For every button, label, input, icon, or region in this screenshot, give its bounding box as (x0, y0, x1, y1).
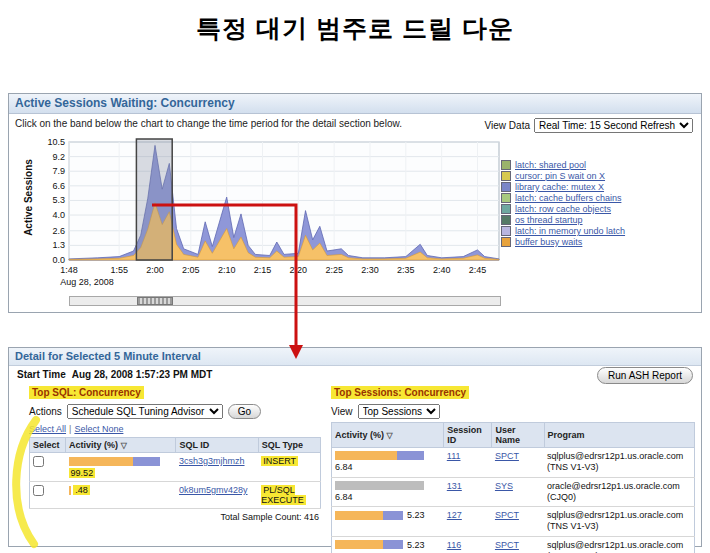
top-sql-section: Top SQL: Concurrency Actions Schedule SQ… (29, 382, 321, 522)
svg-text:2:10: 2:10 (218, 265, 236, 275)
legend-swatch-icon (501, 182, 511, 192)
activity-bar (335, 540, 403, 549)
session-id-link[interactable]: 131 (447, 481, 462, 491)
activity-bar (335, 451, 424, 460)
svg-text:6.6: 6.6 (52, 181, 65, 191)
time-slider-selection[interactable] (137, 297, 173, 305)
sort-descending-icon: ▽ (387, 431, 393, 440)
activity-bar (69, 486, 71, 495)
table-row: 5.23 116 SPCT sqlplus@edrsr12p1.us.oracl… (332, 536, 695, 553)
go-button[interactable]: Go (228, 404, 261, 419)
y-axis-label: Active Sessions (23, 143, 34, 253)
activity-value: 6.84 (335, 492, 441, 502)
legend-item[interactable]: latch: in memory undo latch (501, 226, 697, 236)
session-id-link[interactable]: 111 (447, 451, 461, 461)
svg-text:2.6: 2.6 (52, 226, 65, 236)
chart-legend: latch: shared pool cursor: pin S wait on… (501, 160, 697, 248)
panel-header: Active Sessions Waiting: Concurrency (9, 94, 701, 114)
program-value: oracle@edrsr12p1.us.oracle.com (CJQ0) (544, 477, 694, 507)
top-sessions-table: Activity (%) ▽ Session ID User Name Prog… (331, 422, 695, 553)
program-column-header: Program (544, 423, 694, 448)
user-name-link[interactable]: SPCT (495, 451, 519, 461)
activity-value: 6.84 (335, 462, 441, 472)
legend-item[interactable]: library cache: mutex X (501, 182, 697, 192)
svg-text:1.3: 1.3 (52, 240, 65, 250)
svg-text:1:55: 1:55 (110, 265, 128, 275)
activity-column-header[interactable]: Activity (%) ▽ (332, 423, 444, 448)
session-id-link[interactable]: 127 (447, 510, 462, 520)
activity-bar (335, 511, 403, 520)
view-select[interactable]: Top Sessions (358, 404, 440, 419)
sort-descending-icon: ▽ (121, 441, 127, 450)
user-name-link[interactable]: SPCT (495, 540, 519, 550)
activity-bar (335, 481, 424, 490)
legend-swatch-icon (501, 226, 511, 236)
svg-text:9.2: 9.2 (52, 152, 65, 162)
header-row: Activity (%) ▽ Session ID User Name Prog… (332, 423, 695, 448)
table-row: 6.84 131 SYS oracle@edrsr12p1.us.oracle.… (332, 477, 695, 507)
page-title: 특정 대기 범주로 드릴 다운 (0, 12, 710, 45)
svg-text:2:45: 2:45 (469, 265, 487, 275)
start-time-label: Start Time (17, 369, 66, 380)
svg-text:2:20: 2:20 (290, 265, 308, 275)
link-separator: | (69, 424, 71, 434)
legend-item[interactable]: cursor: pin S wait on X (501, 171, 697, 181)
legend-item[interactable]: buffer busy waits (501, 237, 697, 247)
user-name-link[interactable]: SPCT (495, 510, 519, 520)
instruction-text: Click on the band below the chart to cha… (15, 118, 445, 129)
view-data-select[interactable]: Real Time: 15 Second Refresh (534, 118, 693, 133)
activity-value: 5.23 (407, 510, 425, 520)
selection-links: Select All|Select None (29, 424, 321, 434)
actions-label: Actions (29, 406, 62, 417)
session-id-link[interactable]: 116 (447, 540, 461, 550)
select-none-link[interactable]: Select None (74, 424, 123, 434)
top-sessions-title: Top Sessions: Concurrency (331, 386, 469, 399)
table-row: 5.23 127 SPCT sqlplus@edrsr12p1.us.oracl… (332, 507, 695, 537)
program-value: sqlplus@edrsr12p1.us.oracle.com (TNS V1-… (544, 536, 694, 553)
svg-text:2:40: 2:40 (433, 265, 451, 275)
legend-swatch-icon (501, 204, 511, 214)
actions-row: Actions Schedule SQL Tuning Advisor Go (29, 404, 321, 419)
legend-swatch-icon (501, 160, 511, 170)
sql-id-column-header: SQL ID (176, 438, 258, 453)
start-time-value: Aug 28, 2008 1:57:23 PM MDT (72, 369, 213, 380)
table-row: 99.52 3csh3g3mjhmzh INSERT (30, 453, 321, 482)
activity-bar (69, 457, 161, 466)
select-column-header: Select (30, 438, 66, 453)
legend-item[interactable]: latch: row cache objects (501, 204, 697, 214)
detail-header: Detail for Selected 5 Minute Interval (9, 348, 701, 366)
legend-swatch-icon (501, 171, 511, 181)
row-checkbox[interactable] (33, 485, 44, 496)
svg-text:2:15: 2:15 (254, 265, 272, 275)
svg-text:7.9: 7.9 (52, 166, 65, 176)
legend-item[interactable]: latch: cache buffers chains (501, 193, 697, 203)
actions-select[interactable]: Schedule SQL Tuning Advisor (67, 404, 223, 419)
table-row: .48 0k8um5gmv428y PL/SQL EXECUTE (30, 482, 321, 509)
svg-text:2:25: 2:25 (325, 265, 343, 275)
legend-item[interactable]: latch: shared pool (501, 160, 697, 170)
select-all-link[interactable]: Select All (29, 424, 66, 434)
view-data-row: View Data Real Time: 15 Second Refresh (485, 118, 693, 133)
view-data-label: View Data (485, 120, 530, 131)
top-sql-table: Select Activity (%) ▽ SQL ID SQL Type 99… (29, 437, 321, 509)
row-checkbox[interactable] (33, 456, 44, 467)
legend-swatch-icon (501, 215, 511, 225)
active-sessions-panel: Active Sessions Waiting: Concurrency Cli… (8, 93, 702, 313)
svg-text:2:35: 2:35 (397, 265, 415, 275)
legend-item[interactable]: os thread startup (501, 215, 697, 225)
activity-value: .48 (73, 485, 90, 495)
legend-swatch-icon (501, 193, 511, 203)
sql-id-link[interactable]: 3csh3g3mjhmzh (179, 456, 245, 466)
user-name-link[interactable]: SYS (495, 481, 513, 491)
view-label: View (331, 406, 353, 417)
time-slider[interactable] (69, 296, 501, 306)
svg-text:5.3: 5.3 (52, 195, 65, 205)
active-sessions-chart[interactable]: 0.01.32.64.05.36.67.99.210.51:481:552:00… (43, 138, 503, 288)
start-time-row: Start TimeAug 28, 2008 1:57:23 PM MDT (17, 369, 212, 380)
activity-column-header[interactable]: Activity (%) ▽ (66, 438, 176, 453)
sql-id-link[interactable]: 0k8um5gmv428y (179, 485, 248, 495)
svg-text:2:05: 2:05 (182, 265, 200, 275)
sql-type-column-header: SQL Type (258, 438, 320, 453)
activity-value: 5.23 (407, 540, 425, 550)
svg-text:Aug 28, 2008: Aug 28, 2008 (60, 277, 114, 287)
